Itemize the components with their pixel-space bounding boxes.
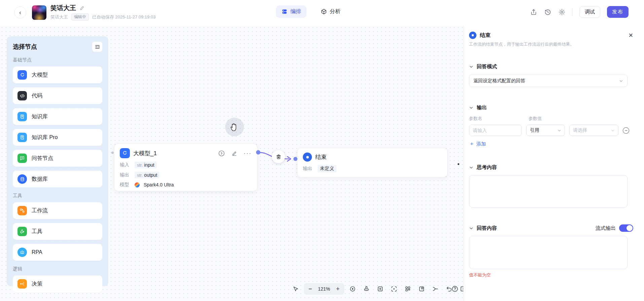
tab-orchestrate[interactable]: 编排 xyxy=(276,5,307,18)
answer-content-textarea[interactable] xyxy=(469,236,628,269)
node-end[interactable]: 结束 输出 未定义 xyxy=(297,148,448,177)
back-button[interactable]: ‹ xyxy=(14,6,26,18)
chevron-down-icon[interactable] xyxy=(469,165,473,170)
decision-icon xyxy=(17,279,27,289)
publish-button[interactable]: 发布 xyxy=(607,6,629,18)
param-value-type-select[interactable]: 引用 xyxy=(526,125,565,136)
trash-icon xyxy=(276,154,282,160)
delete-edge-button[interactable] xyxy=(272,150,285,163)
llm-output-port[interactable] xyxy=(256,150,260,155)
palette-item-label: RPA xyxy=(32,249,42,255)
auto-layout-icon[interactable] xyxy=(361,283,372,295)
thinking-content-textarea[interactable] xyxy=(469,175,628,208)
answer-mode-label: 回答模式 xyxy=(477,63,497,70)
stream-output-toggle[interactable] xyxy=(619,224,633,232)
help-icon[interactable] xyxy=(450,284,460,294)
status-badge: 编辑中 xyxy=(71,13,89,20)
node-llm[interactable]: 大模型_1 ··· 输入 str.input 输出 str.output 模型 … xyxy=(114,143,257,191)
history-icon[interactable] xyxy=(544,8,551,16)
more-options-icon[interactable]: ··· xyxy=(244,150,252,157)
node-config-panel: 结束 ✕ 工作流的结束节点，用于输出工作流运行后的最终结果。 回答模式 返回设定… xyxy=(463,26,644,301)
add-note-icon[interactable] xyxy=(375,283,386,295)
panel-description: 工作流的结束节点，用于输出工作流运行后的最终结果。 xyxy=(469,42,633,47)
answer-label: 回答内容 xyxy=(477,225,497,231)
answer-mode-select[interactable]: 返回设定格式配置的回答 xyxy=(469,75,628,87)
pointer-tool-icon[interactable] xyxy=(290,283,301,295)
focus-view-icon[interactable] xyxy=(389,283,399,295)
palette-item-rpa[interactable]: RPA xyxy=(13,244,102,261)
toggle-knob xyxy=(627,225,633,231)
zoom-level: 121% xyxy=(317,286,331,292)
analyze-cube-icon xyxy=(321,8,327,15)
zoom-in-icon[interactable]: + xyxy=(335,286,341,293)
components-icon[interactable] xyxy=(402,283,413,295)
answer-mode-value: 返回设定格式配置的回答 xyxy=(473,78,525,84)
param-name-label: 参数名 xyxy=(469,116,529,122)
autosave-text: 已自动保存 2025-11-27 09:19:03 xyxy=(92,14,155,20)
spark-model-icon xyxy=(135,182,140,187)
edit-node-icon[interactable] xyxy=(231,150,238,157)
app-avatar xyxy=(32,5,46,20)
tab-analyze[interactable]: 分析 xyxy=(315,5,346,18)
palette-item-workflow[interactable]: 工作流 xyxy=(13,202,102,219)
zoom-out-icon[interactable]: − xyxy=(307,286,313,293)
palette-item-label: 工作流 xyxy=(32,207,48,214)
minimap-icon[interactable] xyxy=(416,283,427,295)
chevron-down-icon[interactable] xyxy=(469,105,473,110)
section-logic: 逻辑 xyxy=(13,266,102,272)
settings-gear-icon[interactable] xyxy=(558,8,566,16)
end-input-port[interactable] xyxy=(293,157,297,161)
param-name-input[interactable] xyxy=(469,125,522,136)
tab-analyze-label: 分析 xyxy=(330,8,341,15)
node-title: 结束 xyxy=(315,153,442,161)
thinking-label: 思考内容 xyxy=(477,164,497,171)
palette-item-label: 工具 xyxy=(32,228,42,235)
palette-item-tool[interactable]: 工具 xyxy=(13,223,102,240)
row-label: 输入 xyxy=(120,162,131,168)
model-name: Spark4.0 Ultra xyxy=(144,182,174,187)
palette-item-decision[interactable]: 决策 xyxy=(13,275,102,292)
hand-icon xyxy=(230,122,239,132)
database-icon xyxy=(17,174,27,184)
panel-title: 结束 xyxy=(480,32,625,39)
chevron-down-icon xyxy=(558,129,561,132)
collapse-sidebar-button[interactable] xyxy=(92,42,102,52)
palette-item-database[interactable]: 数据库 xyxy=(13,171,102,187)
palette-item-knowledge[interactable]: 知识库 xyxy=(13,108,102,125)
palette-item-knowledge-pro[interactable]: 知识库 Pro xyxy=(13,129,102,146)
close-icon[interactable]: ✕ xyxy=(629,32,633,39)
palette-item-llm[interactable]: 大模型 xyxy=(13,67,102,83)
debug-button[interactable]: 调试 xyxy=(579,6,600,18)
merge-connector-icon[interactable] xyxy=(430,283,441,295)
chevron-down-icon[interactable] xyxy=(469,226,473,230)
end-node-icon xyxy=(469,32,476,39)
palette-item-qa[interactable]: 问答节点 xyxy=(13,150,102,167)
palette-item-label: 数据库 xyxy=(32,176,48,183)
palette-item-label: 知识库 Pro xyxy=(32,134,58,141)
section-answer: 回答内容 流式输出 xyxy=(469,224,633,232)
palette-title: 选择节点 xyxy=(13,43,37,51)
param-value-ref-select[interactable]: 请选择 xyxy=(569,125,618,136)
node-title: 大模型_1 xyxy=(133,149,215,157)
orchestrate-icon xyxy=(281,8,288,15)
undefined-tag: 未定义 xyxy=(318,165,336,172)
palette-item-code[interactable]: 代码 xyxy=(13,87,102,104)
collapse-sidebar-icon xyxy=(95,44,100,50)
run-node-icon[interactable] xyxy=(218,150,225,157)
output-label: 输出 xyxy=(477,104,487,111)
plus-icon: ＋ xyxy=(469,140,474,147)
chevron-down-icon xyxy=(611,129,615,132)
edit-title-icon[interactable] xyxy=(79,5,85,11)
select-placeholder: 请选择 xyxy=(573,127,587,133)
share-icon[interactable] xyxy=(530,8,537,16)
chevron-left-icon: ‹ xyxy=(19,9,21,16)
chevron-down-icon[interactable] xyxy=(469,64,473,69)
section-thinking: 思考内容 xyxy=(469,164,633,171)
locate-icon[interactable] xyxy=(347,283,358,295)
end-node-icon xyxy=(303,153,312,162)
llm-input-port[interactable] xyxy=(111,152,114,154)
llm-icon xyxy=(17,70,27,80)
add-param-button[interactable]: ＋添加 xyxy=(469,140,486,147)
remove-param-button[interactable]: − xyxy=(623,127,629,134)
view-tabs: 编排 分析 xyxy=(276,5,346,18)
